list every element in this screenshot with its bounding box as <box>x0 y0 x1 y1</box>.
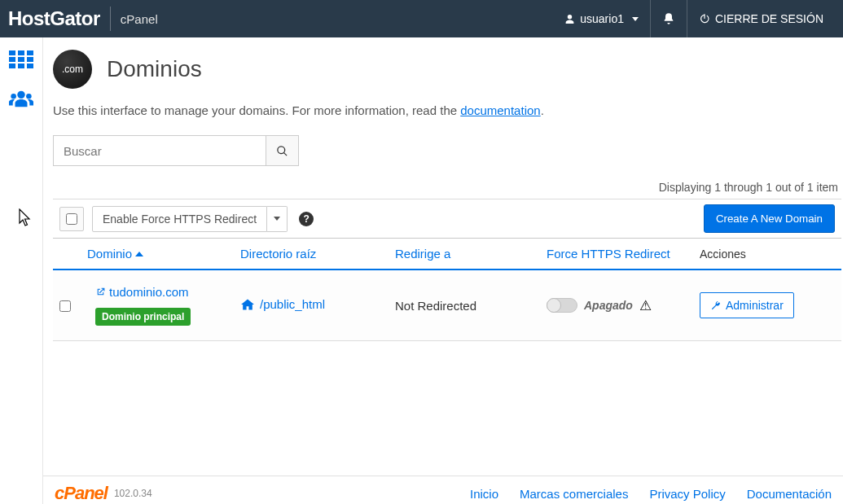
root-dir-link[interactable]: /public_html <box>240 297 325 311</box>
footer-links: Inicio Marcas comerciales Privacy Policy… <box>470 487 832 501</box>
column-root[interactable]: Directorio raíz <box>240 247 395 261</box>
sidebar <box>0 37 43 504</box>
user-icon <box>564 14 575 24</box>
cell-actions: Administrar <box>700 292 794 318</box>
logo-text: HostGator <box>8 7 100 30</box>
desc-text: Use this interface to manage your domain… <box>53 103 460 117</box>
navbar-right: usuario1 CIERRE DE SESIÓN <box>553 0 835 37</box>
chevron-down-icon <box>632 17 639 21</box>
enable-https-button[interactable]: Enable Force HTTPS Redirect <box>92 206 267 232</box>
column-https[interactable]: Force HTTPS Redirect <box>547 247 700 261</box>
mouse-cursor-icon <box>19 208 32 226</box>
search-group <box>53 135 841 166</box>
grid-icon <box>9 50 33 68</box>
svg-point-9 <box>17 91 24 99</box>
toggle-knob <box>547 298 561 313</box>
cell-root: /public_html <box>240 297 395 313</box>
search-button[interactable] <box>266 135 299 166</box>
page-title: Dominios <box>107 56 202 82</box>
page-header: .com Dominios <box>53 50 841 89</box>
cell-redirect: Not Redirected <box>395 299 547 313</box>
footer-version: 102.0.34 <box>114 488 152 499</box>
https-state-label: Apagado <box>584 299 633 312</box>
create-domain-button[interactable]: Create A New Domain <box>704 204 835 233</box>
svg-rect-4 <box>18 57 24 62</box>
footer-link-docs[interactable]: Documentación <box>747 487 832 501</box>
table-row: tudominio.com Dominio principal /public_… <box>53 270 841 341</box>
sort-asc-icon <box>135 252 143 256</box>
footer-link-marcas[interactable]: Marcas comerciales <box>520 487 628 501</box>
column-redirect[interactable]: Redirige a <box>395 247 547 261</box>
bell-icon <box>662 12 675 25</box>
logout-button[interactable]: CIERRE DE SESIÓN <box>687 0 835 37</box>
select-all-checkbox[interactable] <box>66 213 77 225</box>
footer-link-inicio[interactable]: Inicio <box>470 487 498 501</box>
user-menu[interactable]: usuario1 <box>553 0 650 37</box>
column-domain[interactable]: Dominio <box>87 247 240 261</box>
top-navbar: HostGator cPanel usuario1 CIERRE DE SESI… <box>0 0 843 37</box>
desc-suffix: . <box>541 103 544 117</box>
row-checkbox[interactable] <box>59 300 71 312</box>
svg-rect-3 <box>9 57 15 62</box>
page-description: Use this interface to manage your domain… <box>53 103 841 117</box>
root-dir-text: /public_html <box>260 297 325 311</box>
svg-point-10 <box>11 94 16 99</box>
footer: cPanel 102.0.34 Inicio Marcas comerciale… <box>43 476 843 504</box>
brand-divider <box>110 7 111 31</box>
https-redirect-dropdown[interactable]: Enable Force HTTPS Redirect <box>92 206 288 232</box>
page-icon-domains: .com <box>53 50 92 89</box>
footer-link-privacy[interactable]: Privacy Policy <box>649 487 725 501</box>
svg-rect-2 <box>27 50 33 55</box>
main-content: .com Dominios Use this interface to mana… <box>43 37 843 504</box>
notifications-button[interactable] <box>651 0 687 37</box>
select-all-wrapper[interactable] <box>59 207 84 231</box>
brand-block: HostGator cPanel <box>8 7 158 31</box>
search-icon <box>276 145 288 157</box>
power-icon <box>699 13 710 24</box>
svg-rect-5 <box>27 57 33 62</box>
manage-label: Administrar <box>726 299 784 312</box>
footer-brand: cPanel <box>55 483 108 504</box>
cell-domain: tudominio.com Dominio principal <box>87 285 240 326</box>
cell-https: Apagado ⚠ <box>547 297 700 314</box>
column-actions: Acciones <box>700 248 746 261</box>
users-icon <box>9 90 33 107</box>
home-icon <box>240 298 255 311</box>
help-icon[interactable]: ? <box>299 212 314 226</box>
svg-rect-0 <box>9 50 15 55</box>
documentation-link[interactable]: documentation <box>460 103 540 117</box>
primary-domain-badge: Dominio principal <box>95 308 191 326</box>
table-header: Dominio Directorio raíz Redirige a Force… <box>53 239 841 270</box>
chevron-down-icon <box>274 217 280 221</box>
row-checkbox-cell <box>59 297 87 314</box>
svg-rect-7 <box>18 64 24 68</box>
results-count: Displaying 1 through 1 out of 1 item <box>53 181 841 194</box>
external-link-icon <box>95 287 106 297</box>
search-input[interactable] <box>53 135 266 166</box>
https-toggle[interactable] <box>547 298 577 313</box>
sidebar-item-apps[interactable] <box>9 47 33 72</box>
enable-https-caret[interactable] <box>267 206 288 232</box>
sidebar-item-users[interactable] <box>9 86 33 111</box>
wrench-icon <box>710 300 721 311</box>
domain-name: tudominio.com <box>109 285 189 299</box>
svg-rect-6 <box>9 64 15 68</box>
warning-icon: ⚠ <box>639 297 652 314</box>
domain-link[interactable]: tudominio.com <box>95 285 189 299</box>
svg-point-11 <box>26 94 32 99</box>
svg-rect-8 <box>27 64 33 68</box>
brand-sub: cPanel <box>121 12 158 26</box>
logout-label: CIERRE DE SESIÓN <box>715 12 823 25</box>
toolbar: Enable Force HTTPS Redirect ? Create A N… <box>53 199 841 239</box>
svg-rect-1 <box>18 50 24 55</box>
username-label: usuario1 <box>580 12 624 25</box>
manage-button[interactable]: Administrar <box>700 292 794 318</box>
column-domain-label: Dominio <box>87 247 132 261</box>
